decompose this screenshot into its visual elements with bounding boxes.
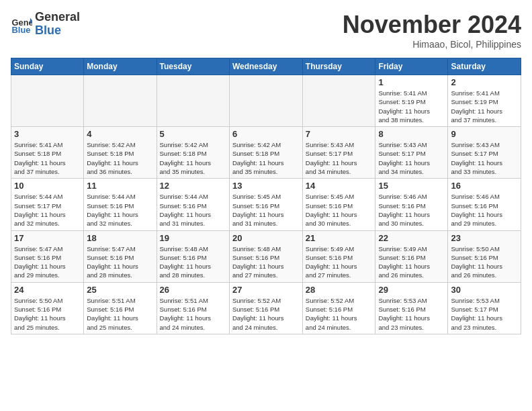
calendar-cell: 1Sunrise: 5:41 AM Sunset: 5:19 PM Daylig… — [375, 75, 448, 127]
calendar-week-4: 17Sunrise: 5:47 AM Sunset: 5:16 PM Dayli… — [11, 230, 521, 282]
calendar-cell — [11, 75, 84, 127]
day-number: 16 — [451, 181, 518, 191]
calendar-cell: 17Sunrise: 5:47 AM Sunset: 5:16 PM Dayli… — [11, 230, 84, 282]
title-block: November 2024 Himaao, Bicol, Philippines — [343, 11, 521, 50]
day-number: 7 — [306, 129, 373, 139]
day-number: 30 — [451, 285, 518, 295]
day-info: Sunrise: 5:47 AM Sunset: 5:16 PM Dayligh… — [14, 244, 81, 280]
day-info: Sunrise: 5:45 AM Sunset: 5:16 PM Dayligh… — [232, 192, 300, 228]
day-info: Sunrise: 5:50 AM Sunset: 5:16 PM Dayligh… — [451, 244, 518, 280]
calendar-week-1: 1Sunrise: 5:41 AM Sunset: 5:19 PM Daylig… — [11, 75, 521, 127]
calendar-cell: 9Sunrise: 5:43 AM Sunset: 5:17 PM Daylig… — [448, 127, 521, 179]
weekday-header-sunday: Sunday — [11, 58, 84, 75]
day-number: 24 — [14, 285, 81, 295]
day-info: Sunrise: 5:51 AM Sunset: 5:16 PM Dayligh… — [160, 296, 226, 332]
day-number: 9 — [451, 129, 518, 139]
calendar-cell: 10Sunrise: 5:44 AM Sunset: 5:17 PM Dayli… — [11, 179, 84, 230]
calendar-cell: 6Sunrise: 5:42 AM Sunset: 5:18 PM Daylig… — [229, 127, 302, 179]
calendar-cell: 28Sunrise: 5:52 AM Sunset: 5:16 PM Dayli… — [302, 282, 375, 334]
day-info: Sunrise: 5:41 AM Sunset: 5:18 PM Dayligh… — [14, 140, 81, 176]
day-number: 28 — [306, 285, 373, 295]
day-info: Sunrise: 5:43 AM Sunset: 5:17 PM Dayligh… — [451, 140, 518, 176]
calendar-cell: 29Sunrise: 5:53 AM Sunset: 5:16 PM Dayli… — [375, 282, 448, 334]
calendar-cell — [229, 75, 302, 127]
day-number: 1 — [378, 77, 445, 87]
calendar-cell: 13Sunrise: 5:45 AM Sunset: 5:16 PM Dayli… — [229, 179, 302, 230]
weekday-header-monday: Monday — [84, 58, 157, 75]
calendar-cell: 22Sunrise: 5:49 AM Sunset: 5:16 PM Dayli… — [375, 230, 448, 282]
calendar-cell: 14Sunrise: 5:45 AM Sunset: 5:16 PM Dayli… — [302, 179, 375, 230]
day-number: 25 — [87, 285, 153, 295]
calendar-cell: 8Sunrise: 5:43 AM Sunset: 5:17 PM Daylig… — [375, 127, 448, 179]
day-info: Sunrise: 5:48 AM Sunset: 5:16 PM Dayligh… — [160, 244, 226, 280]
day-info: Sunrise: 5:43 AM Sunset: 5:17 PM Dayligh… — [306, 140, 373, 176]
page-header: General Blue General Blue November 2024 … — [11, 11, 521, 50]
day-number: 18 — [87, 233, 153, 243]
day-number: 21 — [306, 233, 373, 243]
day-info: Sunrise: 5:46 AM Sunset: 5:16 PM Dayligh… — [378, 192, 445, 228]
day-info: Sunrise: 5:52 AM Sunset: 5:16 PM Dayligh… — [232, 296, 300, 332]
day-number: 2 — [451, 77, 518, 87]
weekday-header-row: SundayMondayTuesdayWednesdayThursdayFrid… — [11, 58, 521, 75]
calendar-cell: 30Sunrise: 5:53 AM Sunset: 5:17 PM Dayli… — [448, 282, 521, 334]
day-number: 8 — [378, 129, 445, 139]
calendar-cell: 26Sunrise: 5:51 AM Sunset: 5:16 PM Dayli… — [157, 282, 229, 334]
day-info: Sunrise: 5:51 AM Sunset: 5:16 PM Dayligh… — [87, 296, 153, 332]
calendar-cell: 5Sunrise: 5:42 AM Sunset: 5:18 PM Daylig… — [157, 127, 229, 179]
day-info: Sunrise: 5:53 AM Sunset: 5:17 PM Dayligh… — [451, 296, 518, 332]
day-number: 14 — [306, 181, 373, 191]
day-info: Sunrise: 5:48 AM Sunset: 5:16 PM Dayligh… — [232, 244, 300, 280]
day-number: 11 — [87, 181, 153, 191]
calendar-cell: 25Sunrise: 5:51 AM Sunset: 5:16 PM Dayli… — [84, 282, 157, 334]
day-info: Sunrise: 5:49 AM Sunset: 5:16 PM Dayligh… — [306, 244, 373, 280]
calendar-week-5: 24Sunrise: 5:50 AM Sunset: 5:16 PM Dayli… — [11, 282, 521, 334]
calendar-cell: 19Sunrise: 5:48 AM Sunset: 5:16 PM Dayli… — [157, 230, 229, 282]
logo-text: General Blue — [35, 11, 80, 38]
calendar-cell — [84, 75, 157, 127]
day-info: Sunrise: 5:42 AM Sunset: 5:18 PM Dayligh… — [232, 140, 300, 176]
day-number: 10 — [14, 181, 81, 191]
day-info: Sunrise: 5:52 AM Sunset: 5:16 PM Dayligh… — [306, 296, 373, 332]
day-info: Sunrise: 5:44 AM Sunset: 5:17 PM Dayligh… — [14, 192, 81, 228]
weekday-header-tuesday: Tuesday — [157, 58, 229, 75]
logo-general-text: General — [35, 11, 80, 24]
day-number: 17 — [14, 233, 81, 243]
day-info: Sunrise: 5:50 AM Sunset: 5:16 PM Dayligh… — [14, 296, 81, 332]
day-number: 5 — [160, 129, 226, 139]
logo-blue-text: Blue — [35, 24, 80, 38]
calendar-cell: 3Sunrise: 5:41 AM Sunset: 5:18 PM Daylig… — [11, 127, 84, 179]
logo: General Blue General Blue — [11, 11, 80, 38]
day-number: 29 — [378, 285, 445, 295]
calendar-week-2: 3Sunrise: 5:41 AM Sunset: 5:18 PM Daylig… — [11, 127, 521, 179]
day-info: Sunrise: 5:43 AM Sunset: 5:17 PM Dayligh… — [378, 140, 445, 176]
weekday-header-thursday: Thursday — [302, 58, 375, 75]
day-info: Sunrise: 5:45 AM Sunset: 5:16 PM Dayligh… — [306, 192, 373, 228]
day-info: Sunrise: 5:44 AM Sunset: 5:16 PM Dayligh… — [87, 192, 153, 228]
calendar-cell: 24Sunrise: 5:50 AM Sunset: 5:16 PM Dayli… — [11, 282, 84, 334]
calendar-cell: 15Sunrise: 5:46 AM Sunset: 5:16 PM Dayli… — [375, 179, 448, 230]
calendar-table: SundayMondayTuesdayWednesdayThursdayFrid… — [11, 58, 521, 334]
calendar-cell: 21Sunrise: 5:49 AM Sunset: 5:16 PM Dayli… — [302, 230, 375, 282]
day-number: 13 — [232, 181, 300, 191]
day-info: Sunrise: 5:44 AM Sunset: 5:16 PM Dayligh… — [160, 192, 226, 228]
day-number: 22 — [378, 233, 445, 243]
calendar-cell — [302, 75, 375, 127]
day-info: Sunrise: 5:41 AM Sunset: 5:19 PM Dayligh… — [378, 89, 445, 124]
svg-text:Blue: Blue — [12, 25, 31, 35]
day-number: 19 — [160, 233, 226, 243]
month-title: November 2024 — [343, 11, 521, 39]
day-number: 3 — [14, 129, 81, 139]
day-number: 27 — [232, 285, 300, 295]
calendar-cell: 12Sunrise: 5:44 AM Sunset: 5:16 PM Dayli… — [157, 179, 229, 230]
day-number: 12 — [160, 181, 226, 191]
calendar-cell: 18Sunrise: 5:47 AM Sunset: 5:16 PM Dayli… — [84, 230, 157, 282]
day-info: Sunrise: 5:41 AM Sunset: 5:19 PM Dayligh… — [451, 89, 518, 124]
day-number: 4 — [87, 129, 153, 139]
calendar-cell: 7Sunrise: 5:43 AM Sunset: 5:17 PM Daylig… — [302, 127, 375, 179]
calendar-cell — [157, 75, 229, 127]
calendar-cell: 23Sunrise: 5:50 AM Sunset: 5:16 PM Dayli… — [448, 230, 521, 282]
logo-icon: General Blue — [11, 13, 32, 35]
calendar-cell: 2Sunrise: 5:41 AM Sunset: 5:19 PM Daylig… — [448, 75, 521, 127]
calendar-cell: 20Sunrise: 5:48 AM Sunset: 5:16 PM Dayli… — [229, 230, 302, 282]
day-number: 23 — [451, 233, 518, 243]
